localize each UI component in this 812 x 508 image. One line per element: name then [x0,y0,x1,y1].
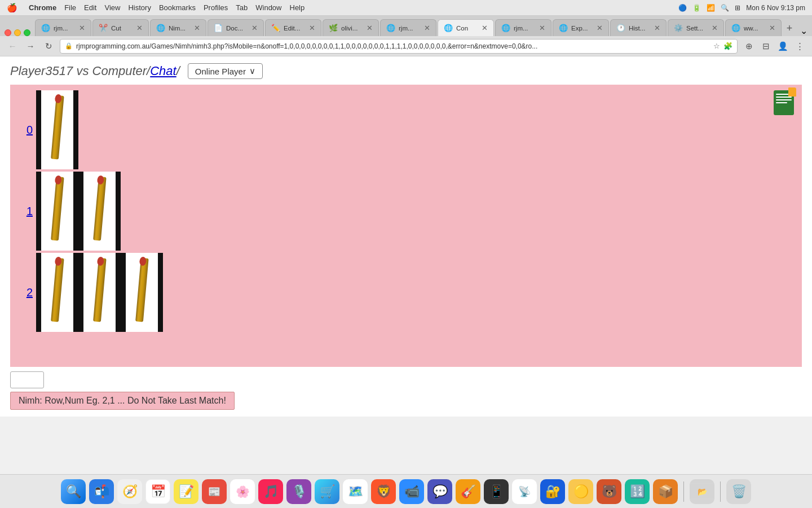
dock-item-norton[interactable]: 🟡 [568,479,593,504]
row-number-0[interactable]: 0 [16,124,33,137]
tab-close-icon[interactable]: ✕ [482,24,488,32]
tab-close-icon[interactable]: ✕ [251,24,258,32]
dock-item-safari[interactable]: 🧭 [117,479,142,504]
dock: 🔍 📬 🧭 📅 📝 📰 🌸 🎵 🎙️ 🛒 🗺️ 🦁 📹 💬 🎸 📱 📡 🔐 🟡 … [0,474,812,508]
tab-favicon: ✏️ [271,24,280,32]
dock-item-finder[interactable]: 🔍 [61,479,86,504]
tab-doc[interactable]: 📄 Doc... ✕ [208,19,264,36]
bookmark-icon[interactable]: ☆ [713,42,720,50]
dock-item-overflow[interactable]: 📂 [690,479,714,504]
tab-close-icon[interactable]: ✕ [136,24,143,32]
menu-chrome[interactable]: Chrome [29,3,56,12]
dock-item-trash[interactable]: 🗑️ [726,479,751,504]
sidebar-icon[interactable]: ⊟ [759,40,773,53]
tab-rjm3[interactable]: 🌐 rjm... ✕ [495,19,551,36]
tab-edit[interactable]: ✏️ Edit... ✕ [265,19,321,36]
match-cell-1-1[interactable] [78,172,121,251]
dock-item-betterzip[interactable]: 📦 [653,479,678,504]
dock-item-filezilla[interactable]: 📡 [512,479,537,504]
match-cell-2-0[interactable] [36,253,78,332]
tab-close-icon[interactable]: ✕ [539,24,545,32]
back-button[interactable]: ← [6,40,19,53]
move-input[interactable] [10,371,44,388]
maximize-window-btn[interactable] [24,29,30,36]
tab-ww[interactable]: 🌐 ww... ✕ [725,19,782,36]
match-cell-1-0[interactable] [36,172,78,251]
match-cell-2-2[interactable] [121,253,163,332]
menu-view[interactable]: View [104,3,120,12]
tab-cut[interactable]: ✂️ Cut ✕ [92,19,149,36]
dock-item-bitwarden[interactable]: 🔐 [540,479,565,504]
tab-close-icon[interactable]: ✕ [194,24,200,32]
dock-item-iphone[interactable]: 📱 [484,479,509,504]
dock-item-mail[interactable]: 📬 [89,479,114,504]
menu-history[interactable]: History [128,3,151,12]
menu-profiles[interactable]: Profiles [204,3,228,12]
dock-item-calendar[interactable]: 📅 [145,479,170,504]
dock-item-news[interactable]: 📰 [202,479,227,504]
profile-icon[interactable]: 👤 [776,40,789,53]
titlebar: 🍎 Chrome File Edit View History Bookmark… [0,0,812,16]
menu-edit[interactable]: Edit [84,3,96,12]
extensions-icon[interactable]: 🧩 [723,42,732,50]
new-tab-button[interactable]: + [783,21,796,35]
tab-close-icon[interactable]: ✕ [769,24,775,32]
tab-olivi[interactable]: 🌿 olivi... ✕ [323,19,379,36]
search-icon[interactable]: 🔍 [721,4,729,12]
tab-close-icon[interactable]: ✕ [424,24,430,32]
header-title: Player3517 vs Computer/Chat/ [10,64,180,78]
row-number-2[interactable]: 2 [16,286,33,299]
row-number-1[interactable]: 1 [16,205,33,218]
svg-rect-2 [51,177,64,241]
zoom-icon[interactable]: ⊕ [742,40,756,53]
match-cell-2-1[interactable] [78,253,121,332]
url-bar[interactable]: 🔒 rjmprogramming.com.au/Games/Nimh/nimh3… [60,39,738,54]
tab-close-icon[interactable]: ✕ [79,24,85,32]
dock-item-teams[interactable]: 💬 [427,479,452,504]
chat-link[interactable]: Chat [150,64,176,78]
match-cell-0-0[interactable] [36,90,78,169]
tab-rjm2[interactable]: 🌐 rjm... ✕ [380,19,436,36]
url-text: rjmprogramming.com.au/Games/Nimh/nimh3.p… [76,42,710,50]
menu-bookmarks[interactable]: Bookmarks [159,3,196,12]
dock-item-notes[interactable]: 📝 [174,479,198,504]
dock-item-appstore[interactable]: 🛒 [315,479,339,504]
dock-item-brave[interactable]: 🦁 [371,479,396,504]
reload-button[interactable]: ↻ [42,40,55,53]
dock-item-voice[interactable]: 🎸 [456,479,480,504]
tab-close-icon[interactable]: ✕ [597,24,603,32]
tab-nim[interactable]: 🌐 Nim... ✕ [150,19,206,36]
tab-close-icon[interactable]: ✕ [654,24,660,32]
tab-close-icon[interactable]: ✕ [712,24,718,32]
tab-close-icon[interactable]: ✕ [309,24,315,32]
tab-con[interactable]: 🌐 Con ✕ [438,19,494,36]
menu-help[interactable]: Help [290,3,305,12]
control-center-icon[interactable]: ⊞ [735,4,740,12]
dock-item-maps[interactable]: 🗺️ [343,479,368,504]
tab-close-icon[interactable]: ✕ [367,24,373,32]
dock-item-bear[interactable]: 🐻 [597,479,621,504]
notepad-icon[interactable] [774,90,796,116]
minimize-window-btn[interactable] [14,29,21,36]
dock-item-zoom[interactable]: 📹 [399,479,424,504]
tab-rjm1[interactable]: 🌐 rjm... ✕ [35,19,91,36]
tab-bar-expand[interactable]: ⌄ [800,25,807,36]
dock-item-podcasts[interactable]: 🎙️ [286,479,311,504]
svg-rect-0 [51,95,64,160]
tab-hist[interactable]: 🕐 Hist... ✕ [610,19,667,36]
tab-exp[interactable]: 🌐 Exp... ✕ [553,19,609,36]
menu-window[interactable]: Window [255,3,281,12]
apple-logo[interactable]: 🍎 [7,3,17,13]
menu-file[interactable]: File [64,3,76,12]
close-window-btn[interactable] [5,29,11,36]
tab-sett[interactable]: ⚙️ Sett... ✕ [668,19,724,36]
dock-item-photos[interactable]: 🌸 [230,479,255,504]
menu-tab[interactable]: Tab [236,3,248,12]
dock-item-music[interactable]: 🎵 [258,479,283,504]
menu-icon[interactable]: ⋮ [793,40,806,53]
forward-button[interactable]: → [24,40,37,53]
tab-title: Edit... [284,25,306,32]
browser-right-icons: ⊕ ⊟ 👤 ⋮ [742,40,806,53]
dock-item-numbersim[interactable]: 🔢 [625,479,650,504]
online-player-dropdown[interactable]: Online Player ∨ [188,63,263,79]
